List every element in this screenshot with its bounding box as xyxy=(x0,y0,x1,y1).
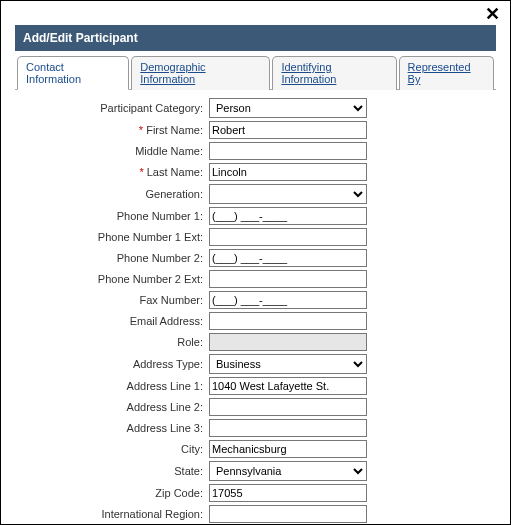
row-generation: Generation: xyxy=(19,184,492,204)
select-generation[interactable] xyxy=(209,184,367,204)
input-addr3[interactable] xyxy=(209,419,367,437)
required-mark: * xyxy=(139,124,143,136)
input-zip[interactable] xyxy=(209,484,367,502)
row-intl-region: International Region: xyxy=(19,505,492,523)
required-mark: * xyxy=(139,166,143,178)
close-icon[interactable]: ✕ xyxy=(485,5,500,23)
row-participant-category: Participant Category: Person xyxy=(19,98,492,118)
label-fax: Fax Number: xyxy=(19,294,209,306)
row-zip: Zip Code: xyxy=(19,484,492,502)
label-intl-region: International Region: xyxy=(19,508,209,520)
row-last-name: * Last Name: xyxy=(19,163,492,181)
select-participant-category[interactable]: Person xyxy=(209,98,367,118)
label-middle-name: Middle Name: xyxy=(19,145,209,157)
form-area: Participant Category: Person * First Nam… xyxy=(15,90,496,525)
label-phone2ext: Phone Number 2 Ext: xyxy=(19,273,209,285)
row-role: Role: xyxy=(19,333,492,351)
label-generation: Generation: xyxy=(19,188,209,200)
label-state: State: xyxy=(19,465,209,477)
tab-contact-information[interactable]: Contact Information xyxy=(17,56,129,90)
label-phone2: Phone Number 2: xyxy=(19,252,209,264)
row-middle-name: Middle Name: xyxy=(19,142,492,160)
tab-represented-by[interactable]: Represented By xyxy=(399,56,494,90)
input-intl-region[interactable] xyxy=(209,505,367,523)
select-state[interactable]: Pennsylvania xyxy=(209,461,367,481)
input-email[interactable] xyxy=(209,312,367,330)
input-phone2[interactable] xyxy=(209,249,367,267)
row-addr1: Address Line 1: xyxy=(19,377,492,395)
row-phone1ext: Phone Number 1 Ext: xyxy=(19,228,492,246)
input-last-name[interactable] xyxy=(209,163,367,181)
row-addr2: Address Line 2: xyxy=(19,398,492,416)
label-last-name-text: Last Name: xyxy=(147,166,203,178)
row-city: City: xyxy=(19,440,492,458)
dialog-container: ✕ Add/Edit Participant Contact Informati… xyxy=(0,0,511,525)
label-first-name: * First Name: xyxy=(19,124,209,136)
label-city: City: xyxy=(19,443,209,455)
input-phone2ext[interactable] xyxy=(209,270,367,288)
label-address-type: Address Type: xyxy=(19,358,209,370)
input-city[interactable] xyxy=(209,440,367,458)
label-phone1ext: Phone Number 1 Ext: xyxy=(19,231,209,243)
row-phone2: Phone Number 2: xyxy=(19,249,492,267)
input-phone1[interactable] xyxy=(209,207,367,225)
input-phone1ext[interactable] xyxy=(209,228,367,246)
select-address-type[interactable]: Business xyxy=(209,354,367,374)
label-email: Email Address: xyxy=(19,315,209,327)
field-role xyxy=(209,333,367,351)
label-role: Role: xyxy=(19,336,209,348)
input-middle-name[interactable] xyxy=(209,142,367,160)
label-zip: Zip Code: xyxy=(19,487,209,499)
tab-demographic-information[interactable]: Demographic Information xyxy=(131,56,270,90)
label-addr2: Address Line 2: xyxy=(19,401,209,413)
row-first-name: * First Name: xyxy=(19,121,492,139)
label-participant-category: Participant Category: xyxy=(19,102,209,114)
label-first-name-text: First Name: xyxy=(146,124,203,136)
label-phone1: Phone Number 1: xyxy=(19,210,209,222)
tab-identifying-information[interactable]: Identifying Information xyxy=(272,56,396,90)
input-first-name[interactable] xyxy=(209,121,367,139)
input-fax[interactable] xyxy=(209,291,367,309)
label-addr1: Address Line 1: xyxy=(19,380,209,392)
row-state: State: Pennsylvania xyxy=(19,461,492,481)
row-phone1: Phone Number 1: xyxy=(19,207,492,225)
label-last-name: * Last Name: xyxy=(19,166,209,178)
input-addr1[interactable] xyxy=(209,377,367,395)
label-addr3: Address Line 3: xyxy=(19,422,209,434)
tab-bar: Contact Information Demographic Informat… xyxy=(15,55,496,90)
row-phone2ext: Phone Number 2 Ext: xyxy=(19,270,492,288)
row-address-type: Address Type: Business xyxy=(19,354,492,374)
dialog-title: Add/Edit Participant xyxy=(15,25,496,51)
row-addr3: Address Line 3: xyxy=(19,419,492,437)
row-fax: Fax Number: xyxy=(19,291,492,309)
row-email: Email Address: xyxy=(19,312,492,330)
input-addr2[interactable] xyxy=(209,398,367,416)
